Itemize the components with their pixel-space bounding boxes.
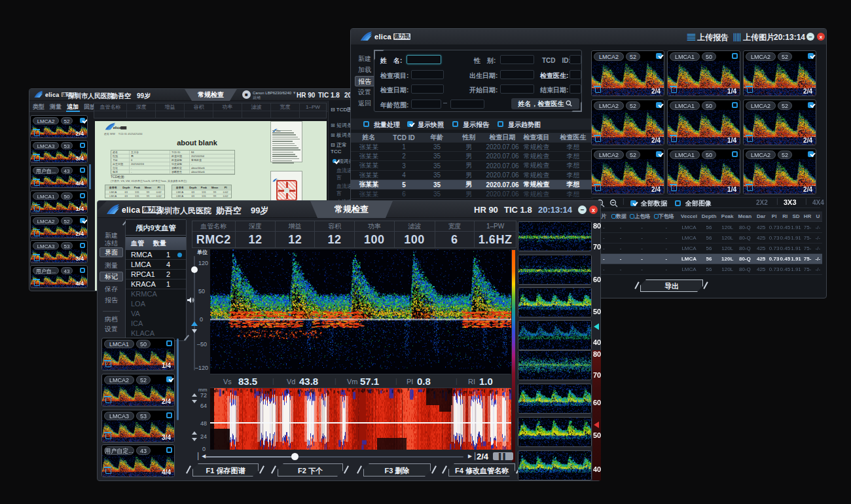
svg-text:elica: elica: [113, 126, 122, 130]
